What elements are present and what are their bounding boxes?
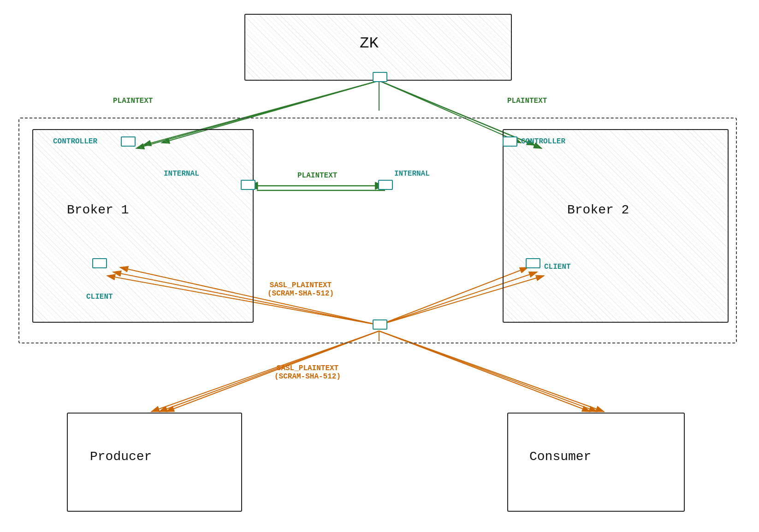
diagram-container: ZK Broker 1 Broker 2 CONTROLLER INTERNAL… <box>0 0 759 532</box>
broker1-controller-label: CONTROLLER <box>53 137 97 146</box>
broker2-client-port <box>526 258 540 268</box>
consumer-label: Consumer <box>529 449 591 464</box>
zk-port <box>373 72 387 82</box>
broker2-client-label: CLIENT <box>544 263 571 271</box>
broker1-internal-label: INTERNAL <box>164 170 199 178</box>
broker2-controller-port <box>503 136 517 147</box>
sasl-middle-label: SASL_PLAINTEXT(SCRAM-SHA-512) <box>267 281 334 298</box>
sasl-bottom-label: SASL_PLAINTEXT(SCRAM-SHA-512) <box>274 364 341 381</box>
plaintext-middle-label: PLAINTEXT <box>297 171 337 180</box>
broker1-box <box>32 129 254 323</box>
broker1-label: Broker 1 <box>67 203 129 217</box>
broker1-internal-port <box>241 180 255 190</box>
broker2-controller-label: CONTROLLER <box>521 137 565 146</box>
broker2-box <box>503 129 729 323</box>
plaintext-right-label: PLAINTEXT <box>507 97 547 105</box>
client-hub-port <box>373 319 387 330</box>
broker2-label: Broker 2 <box>567 203 629 217</box>
broker1-controller-port <box>121 136 136 147</box>
zk-label: ZK <box>360 35 379 52</box>
broker2-internal-port <box>378 180 393 190</box>
broker2-internal-label: INTERNAL <box>394 170 430 178</box>
plaintext-left-label: PLAINTEXT <box>113 97 153 105</box>
broker1-client-label: CLIENT <box>86 293 113 301</box>
producer-label: Producer <box>90 449 152 464</box>
broker1-client-port <box>92 258 107 268</box>
